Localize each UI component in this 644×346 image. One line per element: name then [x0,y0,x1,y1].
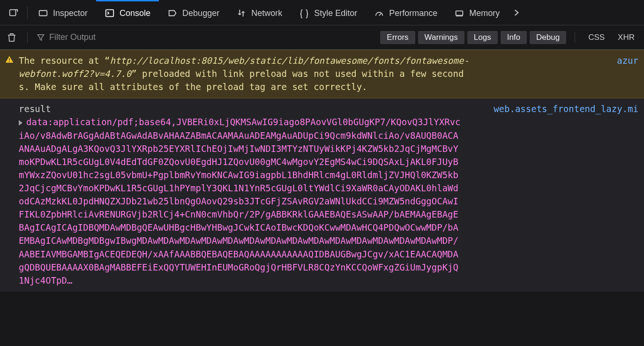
log-source-link[interactable]: web.assets_frontend_lazy.mi [471,102,639,115]
toggle-debug[interactable]: Debug [530,31,566,44]
warning-source-link[interactable]: azur [471,54,639,67]
tab-network[interactable]: Network [228,0,291,25]
filter-icon [36,33,45,42]
svg-rect-2 [106,10,114,17]
tab-performance[interactable]: Performance [366,0,446,25]
console-filterbar: Errors Warnings Logs Info Debug CSS XHR [0,25,644,50]
log-label: result [19,102,461,115]
tab-label: Inspector [53,8,88,18]
tab-label: Console [120,8,150,18]
network-icon [236,8,247,18]
filter-wrap [36,32,152,42]
tabs-overflow-button[interactable] [508,0,525,25]
tab-debugger[interactable]: Debugger [159,0,228,25]
devtools-toolbar: Inspector Console Debugger Network [0,0,644,25]
category-toggles: Errors Warnings Logs Info Debug [380,31,566,44]
tab-label: Style Editor [314,8,357,18]
performance-icon [374,8,384,18]
tab-label: Performance [389,8,437,18]
toggle-css[interactable]: CSS [584,31,609,44]
inspector-icon [38,8,48,18]
console-icon [105,8,115,18]
filter-input[interactable] [49,32,152,42]
log-data-string[interactable]: data:application/pdf;base64,JVBERi0xLjQK… [19,117,461,285]
tab-label: Network [251,8,282,18]
dock-icon [8,8,19,18]
svg-rect-0 [10,9,16,15]
memory-icon [454,8,464,18]
clear-console-button[interactable] [5,30,19,45]
toggle-xhr[interactable]: XHR [613,31,639,44]
warning-icon [0,54,19,64]
tab-label: Debugger [182,8,219,18]
tab-style-editor[interactable]: Style Editor [291,0,366,25]
svg-rect-3 [456,11,463,15]
style-editor-icon [299,8,309,18]
toggle-logs[interactable]: Logs [467,31,498,44]
console-warning-row: The resource at “http://localhost:8015/w… [0,50,644,98]
divider [27,32,28,43]
tab-inspector[interactable]: Inspector [30,0,96,25]
dock-toggle-button[interactable] [2,0,25,25]
svg-rect-1 [39,11,47,16]
log-body: result data:application/pdf;base64,JVBER… [19,102,471,287]
toggle-errors[interactable]: Errors [380,31,415,44]
warning-text: The resource at “http://localhost:8015/w… [19,54,471,93]
toggle-info[interactable]: Info [501,31,527,44]
tab-memory[interactable]: Memory [446,0,508,25]
warn-pre: The resource at “ [19,55,110,66]
debugger-icon [167,8,178,18]
toggle-warnings[interactable]: Warnings [418,31,464,44]
svg-rect-4 [9,59,10,60]
svg-rect-5 [9,61,10,62]
divider [575,32,575,43]
tab-console[interactable]: Console [96,0,159,25]
tab-label: Memory [469,8,500,18]
toolbar-divider [27,7,28,19]
console-output: The resource at “http://localhost:8015/w… [0,50,644,346]
console-log-row: result data:application/pdf;base64,JVBER… [0,98,644,292]
expand-caret-icon[interactable] [19,120,22,126]
